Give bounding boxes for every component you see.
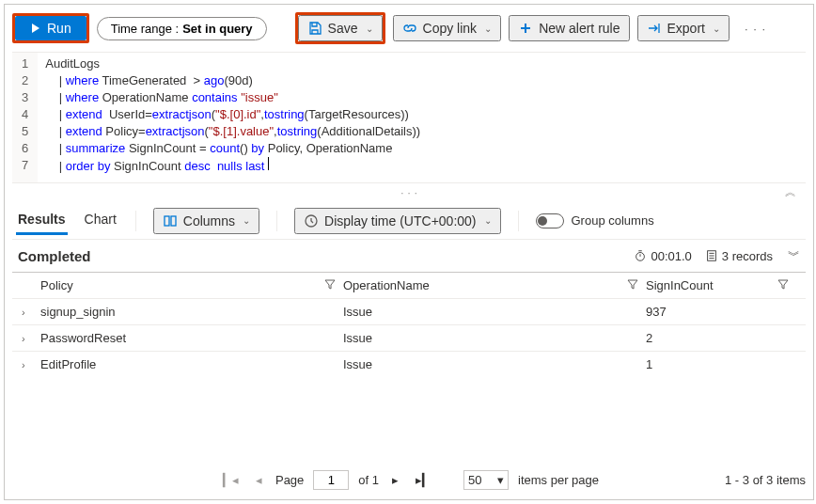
collapse-up-icon[interactable]: ︽ <box>785 184 796 200</box>
chevron-down-icon: ⌄ <box>243 215 250 226</box>
duration-value: 00:01.0 <box>651 249 691 263</box>
display-time-label: Display time (UTC+00:00) <box>324 213 476 228</box>
export-button[interactable]: Export ⌄ <box>637 15 730 41</box>
chevron-down-icon: ⌄ <box>484 215 492 226</box>
results-grid: Policy OperationName SignInCount › signu… <box>12 272 806 377</box>
cell-policy: PasswordReset <box>40 331 324 345</box>
time-range-button[interactable]: Time range : Set in query <box>97 17 267 40</box>
cell-count: 2 <box>646 331 777 345</box>
svg-rect-0 <box>165 216 169 226</box>
columns-icon <box>163 213 178 228</box>
chevron-down-icon: ⌄ <box>713 24 720 34</box>
stopwatch-icon <box>634 249 647 262</box>
more-actions-button[interactable]: · · · <box>737 18 774 39</box>
divider <box>518 211 519 231</box>
of-pages: of 1 <box>358 473 379 487</box>
clock-icon <box>304 213 319 228</box>
page-size-value: 50 <box>468 473 481 487</box>
save-icon <box>307 21 322 36</box>
query-editor[interactable]: 1234567 AuditLogs | where TimeGenerated … <box>12 52 806 183</box>
save-button[interactable]: Save ⌄ <box>298 15 383 41</box>
results-bar: Results Chart Columns ⌄ Display time (UT… <box>12 200 806 240</box>
columns-button[interactable]: Columns ⌄ <box>153 208 259 234</box>
grid-header: Policy OperationName SignInCount <box>12 272 806 298</box>
table-row[interactable]: › PasswordReset Issue 2 <box>12 324 806 351</box>
status-row: Completed 00:01.0 3 records ︾ <box>12 240 806 272</box>
cell-policy: EditProfile <box>40 357 324 371</box>
group-columns-toggle[interactable] <box>536 213 564 228</box>
code-area[interactable]: AuditLogs | where TimeGenerated > ago(90… <box>38 53 428 182</box>
app-frame: Run Time range : Set in query Save ⌄ Cop… <box>4 4 814 500</box>
time-range-prefix: Time range : <box>111 22 180 36</box>
status-text: Completed <box>18 248 91 264</box>
first-page-button[interactable]: ▎◂ <box>219 471 243 489</box>
cell-count: 1 <box>646 357 777 371</box>
records-icon <box>705 249 718 262</box>
new-alert-label: New alert rule <box>539 21 620 36</box>
run-button[interactable]: Run <box>15 16 86 40</box>
tab-results[interactable]: Results <box>16 206 68 235</box>
cell-count: 937 <box>646 305 777 319</box>
page-input[interactable] <box>313 470 349 490</box>
filter-icon[interactable] <box>627 278 646 292</box>
last-page-button[interactable]: ▸▎ <box>412 471 435 489</box>
caret-down-icon: ▾ <box>497 473 504 487</box>
link-icon <box>402 21 417 36</box>
run-label: Run <box>47 21 71 36</box>
time-range-value: Set in query <box>182 22 252 36</box>
plus-icon <box>518 21 533 36</box>
cell-operation: Issue <box>343 357 627 371</box>
expand-row-icon[interactable]: › <box>22 333 40 344</box>
chevron-down-icon: ⌄ <box>366 24 373 34</box>
tab-chart[interactable]: Chart <box>83 206 118 235</box>
items-per-page-label: items per page <box>518 473 599 487</box>
expand-row-icon[interactable]: › <box>22 359 40 370</box>
filter-icon[interactable] <box>777 278 796 292</box>
chevron-down-icon: ⌄ <box>484 24 492 34</box>
expand-row-icon[interactable]: › <box>22 307 40 318</box>
page-label: Page <box>275 473 304 487</box>
cell-operation: Issue <box>343 331 627 345</box>
col-policy[interactable]: Policy <box>40 278 324 292</box>
prev-page-button[interactable]: ◂ <box>252 471 266 489</box>
save-label: Save <box>328 21 358 36</box>
display-time-button[interactable]: Display time (UTC+00:00) ⌄ <box>294 208 500 234</box>
cell-operation: Issue <box>343 305 627 319</box>
toolbar: Run Time range : Set in query Save ⌄ Cop… <box>12 10 806 52</box>
line-gutter: 1234567 <box>12 53 38 182</box>
run-highlight: Run <box>12 13 89 43</box>
new-alert-rule-button[interactable]: New alert rule <box>509 15 629 41</box>
save-highlight: Save ⌄ <box>295 12 385 44</box>
splitter[interactable]: · · · ︽ <box>12 183 806 200</box>
col-operation[interactable]: OperationName <box>343 278 627 292</box>
next-page-button[interactable]: ▸ <box>388 471 402 489</box>
copy-link-button[interactable]: Copy link ⌄ <box>393 15 502 41</box>
results-tabs: Results Chart <box>16 206 118 235</box>
filter-icon[interactable] <box>324 278 343 292</box>
drag-handle-icon[interactable]: · · · <box>400 185 417 199</box>
page-size-select[interactable]: 50 ▾ <box>463 470 509 490</box>
copy-link-label: Copy link <box>423 21 478 36</box>
expand-down-icon[interactable]: ︾ <box>788 247 800 264</box>
export-icon <box>647 21 662 36</box>
table-row[interactable]: › signup_signin Issue 937 <box>12 298 806 324</box>
page-range: 1 - 3 of 3 items <box>725 473 806 487</box>
play-icon <box>30 23 41 34</box>
table-row[interactable]: › EditProfile Issue 1 <box>12 351 806 377</box>
divider <box>276 211 277 231</box>
cell-policy: signup_signin <box>40 305 324 319</box>
svg-rect-1 <box>171 216 176 226</box>
group-columns-label: Group columns <box>572 213 654 228</box>
divider <box>135 211 136 231</box>
pager: ▎◂ ◂ Page of 1 ▸ ▸▎ 50 ▾ items per page … <box>12 470 806 490</box>
records-value: 3 records <box>722 249 773 263</box>
col-count[interactable]: SignInCount <box>646 278 777 292</box>
export-label: Export <box>667 21 705 36</box>
columns-label: Columns <box>183 213 235 228</box>
